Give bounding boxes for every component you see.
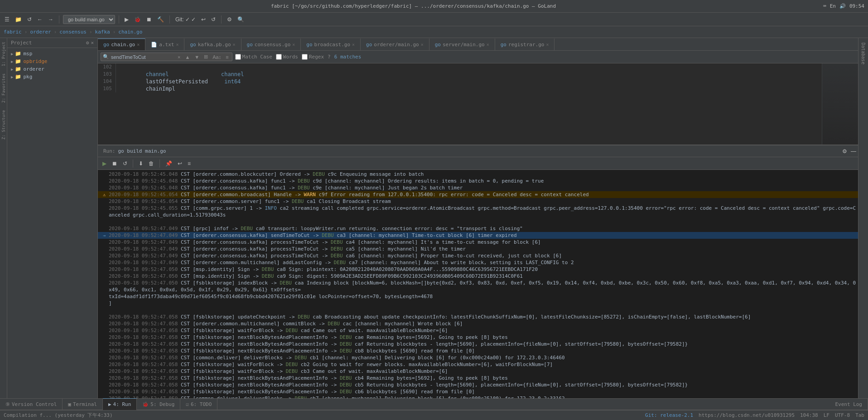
run-button[interactable]: ▶ — [123, 15, 130, 24]
debug-button[interactable]: 🐞 — [132, 15, 143, 24]
panel-close-button[interactable]: — — [849, 147, 858, 155]
words-checkbox[interactable]: Words — [276, 54, 298, 60]
log-text: 2020-09-18 09:52:47.050 CST [fsblkstorag… — [109, 280, 856, 293]
crumb-kafka[interactable]: kafka — [95, 29, 110, 35]
run-stop-button[interactable]: ⏹ — [110, 159, 119, 168]
log-line-16: txId=4aadf1df1f73daba49c09d71ef60545f9c0… — [98, 293, 858, 300]
tab-chain-go[interactable]: go chain.go × — [98, 39, 145, 50]
undo-button[interactable]: ↩ — [199, 15, 207, 24]
log-line-9: 2020-09-18 09:52:47.049 CST [orderer.con… — [98, 239, 858, 246]
tab-run[interactable]: ▶ 4: Run — [103, 398, 137, 410]
redo-button[interactable]: ↺ — [209, 15, 217, 24]
tab-close-consensus-go[interactable]: × — [292, 42, 295, 47]
words-input[interactable] — [276, 54, 282, 60]
code-editor[interactable]: 102 103 channel channel 104 lastOffsetPe… — [98, 63, 822, 145]
build-button[interactable]: 🔨 — [155, 15, 166, 24]
charset-status[interactable]: UTF-8 — [835, 412, 850, 418]
wrap-button[interactable]: ↩ — [176, 159, 184, 168]
tab-close-server-main-go[interactable]: × — [487, 42, 489, 47]
url-status[interactable]: https://blog.csdn.net/u010931295 — [699, 412, 795, 418]
vc-icon: ⑨ — [5, 401, 10, 407]
regex-checkbox[interactable]: Regex — [302, 54, 324, 60]
tree-item-opbridge[interactable]: ▶ 📁 opbridge — [7, 58, 97, 65]
log-line-1: 2020-09-18 09:52:45.048 CST [orderer.con… — [98, 178, 858, 184]
git-status[interactable]: Git: release-2.1 — [645, 412, 693, 418]
run-config-name: go build main.go — [118, 148, 166, 154]
run-restart-button[interactable]: ↺ — [121, 159, 129, 168]
match-case-checkbox[interactable]: Match Case — [235, 54, 272, 60]
run-play-button[interactable]: ▶ — [101, 159, 108, 168]
tab-event-log[interactable]: Event Log — [829, 398, 868, 410]
panel-settings-button[interactable]: ⚙ — [840, 147, 849, 155]
tab-terminal[interactable]: ▣ Terminal — [63, 398, 103, 410]
tab-close-orderer-main-go[interactable]: × — [421, 42, 424, 47]
crumb-orderer[interactable]: orderer — [30, 29, 51, 35]
tab-close-registrar-go[interactable]: × — [546, 42, 549, 47]
tab-version-control[interactable]: ⑨ Version Control — [0, 398, 63, 410]
log-gutter: → — [100, 232, 109, 239]
lf-status[interactable]: LF — [824, 412, 829, 418]
search-filter-button[interactable]: ⊞ — [203, 53, 209, 60]
run-config-dropdown[interactable]: go build main.go — [63, 15, 115, 24]
tree-item-orderer[interactable]: ▶ 📁 orderer — [7, 65, 97, 73]
log-line-23: 2020-09-18 09:52:47.058 CST [fsblkstorag… — [98, 341, 858, 348]
search-down-button[interactable]: ▼ — [193, 54, 201, 60]
tree-item-msp[interactable]: ▶ 📁 msp — [7, 50, 97, 58]
scroll-end-button[interactable]: ⬇ — [137, 159, 145, 168]
structure-panel-label[interactable]: Z: Structure — [0, 106, 7, 143]
stop-button[interactable]: ⏹ — [145, 15, 154, 24]
tab-kafka-pb-go[interactable]: go kafka.pb.go × — [184, 39, 241, 50]
tree-item-pkg[interactable]: ▶ 📁 pkg — [7, 73, 97, 81]
project-settings-icon[interactable]: ⚙ — [86, 40, 89, 46]
tab-orderer-main-go[interactable]: go orderer/main.go × — [361, 39, 429, 50]
crumb-fabric[interactable]: fabric — [4, 29, 22, 35]
search-up-button[interactable]: ▲ — [183, 54, 191, 60]
project-panel-label[interactable]: 1: Project — [0, 38, 7, 70]
forward-button[interactable]: → — [46, 15, 55, 24]
folder-button[interactable]: 📁 — [13, 15, 24, 24]
log-line-21: 2020-09-18 09:52:47.058 CST [fsblkstorag… — [98, 327, 858, 334]
search-options-button[interactable]: Aa↕ — [211, 54, 222, 60]
search-settings-button[interactable]: ≡ — [224, 54, 230, 60]
line-number: 104 — [98, 78, 116, 85]
clear-button[interactable]: 🗑 — [147, 159, 156, 168]
tab-registrar-go[interactable]: go registrar.go × — [495, 39, 555, 50]
filter-button[interactable]: ≡ — [186, 159, 193, 168]
tab-label-vc: Version Control — [12, 401, 57, 407]
right-sidebar: Database — [858, 38, 868, 398]
pin-button[interactable]: 📌 — [164, 159, 174, 168]
crumb-consensus[interactable]: consensus — [59, 29, 87, 35]
search-input[interactable] — [111, 54, 174, 60]
tab-broadcast-go[interactable]: go broadcast.go × — [301, 39, 361, 50]
tab-consensus-go[interactable]: go consensus.go × — [241, 39, 301, 50]
position-status[interactable]: 104:38 — [800, 412, 818, 418]
match-case-input[interactable] — [235, 54, 241, 60]
log-output[interactable]: 2020-09-18 09:52:45.048 CST [orderer.com… — [98, 170, 858, 398]
log-line-12: 2020-09-18 09:52:47.049 CST [orderer.com… — [98, 259, 858, 266]
git-button[interactable]: Git: ✓ ✓ — [174, 15, 198, 24]
database-label[interactable]: Database — [860, 40, 867, 67]
nav-bar: fabric › orderer › consensus › kafka › c… — [0, 26, 868, 38]
tab-close-broadcast-go[interactable]: × — [352, 42, 355, 47]
refresh-button[interactable]: ↺ — [25, 15, 34, 24]
tab-todo[interactable]: ☑ 6: TODO — [180, 398, 217, 410]
indent-status[interactable]: Tab — [855, 412, 864, 418]
tab-server-main-go[interactable]: go server/main.go × — [429, 39, 495, 50]
regex-input[interactable] — [302, 54, 308, 60]
project-close-icon[interactable]: × — [91, 40, 94, 46]
search-input-wrapper: 🔍 × ▲ ▼ ⊞ Aa↕ ≡ — [101, 53, 232, 61]
log-text: 2020-09-18 09:52:47.058 CST [fsblkstorag… — [109, 341, 688, 348]
tab-close-chain-go[interactable]: × — [137, 42, 140, 47]
favorites-panel-label[interactable]: 2: Favorites — [0, 70, 7, 106]
settings-button[interactable]: ⚙ — [225, 15, 234, 24]
tab-a-txt[interactable]: 📄 a.txt × — [145, 39, 184, 50]
search-clear-button[interactable]: × — [176, 54, 182, 60]
tab-close-a-txt[interactable]: × — [176, 42, 178, 47]
tab-debug[interactable]: 🐞 5: Debug — [137, 398, 180, 410]
menu-button[interactable]: ☰ — [3, 15, 11, 24]
search-toolbar-button[interactable]: 🔍 — [236, 15, 246, 24]
tab-label-consensus-go: consensus.go — [255, 42, 290, 48]
back-button[interactable]: ← — [35, 15, 44, 24]
crumb-chaingo[interactable]: chain.go — [118, 29, 142, 35]
tab-close-kafka-pb-go[interactable]: × — [233, 42, 236, 47]
